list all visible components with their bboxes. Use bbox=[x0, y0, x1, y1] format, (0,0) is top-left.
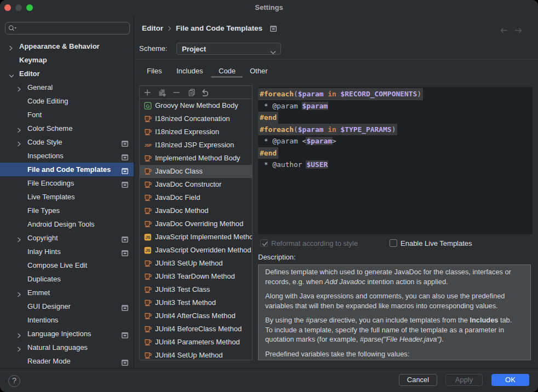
sidebar-item-compose-live-edit[interactable]: Compose Live Edit bbox=[0, 258, 134, 272]
sidebar-item-label: Color Scheme bbox=[27, 124, 72, 133]
template-item-label: JUnit4 Parameters Method bbox=[155, 338, 240, 347]
sidebar-item-code-editing[interactable]: Code Editing bbox=[0, 94, 134, 108]
template-item-junit4-afterclass-method[interactable]: JUnit4 AfterClass Method bbox=[140, 309, 252, 322]
template-item-groovy-new-method-body[interactable]: GGroovy New Method Body bbox=[140, 99, 252, 112]
breadcrumb-parent[interactable]: Editor bbox=[142, 24, 163, 32]
template-item-javadoc-method[interactable]: JavaDoc Method bbox=[140, 204, 252, 217]
add-icon[interactable] bbox=[144, 89, 151, 96]
sidebar-item-emmet[interactable]: Emmet bbox=[0, 286, 134, 299]
reformat-checkbox[interactable] bbox=[260, 239, 268, 247]
template-item-label: JUnit3 Test Method bbox=[155, 298, 216, 307]
directive-highlight: #foreach($param in $TYPE_PARAMS) bbox=[258, 124, 397, 136]
live-templates-checkbox[interactable] bbox=[390, 239, 397, 247]
scheme-value: Project bbox=[182, 44, 206, 54]
sidebar-item-label: Code Editing bbox=[27, 96, 68, 106]
template-item-junit4-beforeclass-method[interactable]: JUnit4 BeforeClass Method bbox=[140, 322, 252, 336]
sidebar-item-label: Font bbox=[27, 110, 42, 119]
template-item-implemented-method-body[interactable]: Implemented Method Body bbox=[140, 152, 252, 165]
template-item-i18nized-concatenation[interactable]: I18nized Concatenation bbox=[140, 112, 252, 125]
sidebar-item-code-style[interactable]: Code Style bbox=[0, 135, 134, 149]
template-item-junit3-setup-method[interactable]: JUnit3 SetUp Method bbox=[140, 257, 252, 270]
sidebar-item-copyright[interactable]: Copyright bbox=[0, 231, 134, 245]
settings-search-input[interactable] bbox=[5, 22, 130, 34]
remove-icon[interactable] bbox=[173, 89, 180, 96]
chevron-right-icon[interactable] bbox=[17, 290, 22, 295]
template-item-javascript-overridden-method-body[interactable]: JSJavaScript Overridden Method Body bbox=[140, 244, 252, 257]
chevron-right-icon[interactable] bbox=[17, 331, 22, 336]
code-token: #end bbox=[260, 113, 277, 122]
chevron-down-icon[interactable] bbox=[9, 71, 14, 76]
code-token: ) bbox=[392, 125, 396, 134]
java-file-icon bbox=[144, 325, 152, 333]
template-item-junit4-setup-method[interactable]: JUnit4 SetUp Method bbox=[140, 349, 252, 360]
sidebar-item-natural-languages[interactable]: Natural Languages bbox=[0, 341, 134, 354]
sidebar-item-inspections[interactable]: Inspections bbox=[0, 149, 134, 163]
template-item-junit3-teardown-method[interactable]: JUnit3 TearDown Method bbox=[140, 270, 252, 283]
chevron-right-icon[interactable] bbox=[9, 43, 14, 49]
apply-button[interactable]: Apply bbox=[445, 374, 483, 386]
sidebar-item-android-design-tools[interactable]: Android Design Tools bbox=[0, 217, 134, 231]
description-panel: Defines template which used to generate … bbox=[258, 264, 531, 360]
chevron-right-icon[interactable] bbox=[17, 344, 22, 350]
sidebar-item-file-encodings[interactable]: File Encodings bbox=[0, 176, 134, 190]
sidebar-item-label: Code Style bbox=[27, 137, 62, 147]
template-item-javadoc-constructor[interactable]: JavaDoc Constructor bbox=[140, 178, 252, 191]
project-settings-icon bbox=[122, 153, 128, 159]
chevron-right-icon[interactable] bbox=[17, 84, 22, 90]
tab-files[interactable]: Files bbox=[147, 66, 162, 76]
forward-arrow-button[interactable] bbox=[514, 26, 522, 36]
template-item-javadoc-overriding-method[interactable]: JavaDoc Overriding Method bbox=[140, 217, 252, 230]
tab-code[interactable]: Code bbox=[219, 66, 236, 76]
sidebar-item-reader-mode[interactable]: Reader Mode bbox=[0, 354, 134, 368]
settings-window: Settings Appearance & BehaviorKeymapEdit… bbox=[0, 0, 538, 392]
project-settings-icon bbox=[122, 358, 128, 364]
java-file-icon bbox=[144, 259, 152, 268]
code-token: $USER bbox=[306, 160, 328, 169]
java-file-icon bbox=[144, 285, 152, 294]
template-item-i18nized-jsp-expression[interactable]: JSPI18nized JSP Expression bbox=[140, 139, 252, 152]
sidebar-item-label: Duplicates bbox=[27, 274, 61, 284]
template-item-junit3-test-method[interactable]: JUnit3 Test Method bbox=[140, 296, 252, 309]
duplicate-icon[interactable] bbox=[158, 89, 165, 96]
sidebar-item-duplicates[interactable]: Duplicates bbox=[0, 272, 134, 286]
template-item-junit3-test-class[interactable]: JUnit3 Test Class bbox=[140, 283, 252, 296]
chevron-right-icon[interactable] bbox=[17, 235, 22, 240]
revert-icon[interactable] bbox=[201, 89, 208, 96]
cancel-button[interactable]: Cancel bbox=[399, 374, 437, 386]
sidebar-item-live-templates[interactable]: Live Templates bbox=[0, 190, 134, 204]
ok-button[interactable]: OK bbox=[491, 374, 529, 386]
copy-icon[interactable] bbox=[188, 89, 196, 96]
sidebar-item-color-scheme[interactable]: Color Scheme bbox=[0, 122, 134, 135]
sidebar-item-label: Android Design Tools bbox=[27, 220, 95, 229]
sidebar-item-appearance-behavior[interactable]: Appearance & Behavior bbox=[0, 39, 134, 53]
back-arrow-button[interactable] bbox=[500, 26, 508, 36]
sidebar-item-file-types[interactable]: File Types bbox=[0, 204, 134, 217]
template-item-javadoc-class[interactable]: JavaDoc Class bbox=[140, 165, 252, 178]
template-item-label: Implemented Method Body bbox=[155, 154, 240, 163]
tab-includes[interactable]: Includes bbox=[176, 66, 203, 76]
template-item-label: JUnit4 SetUp Method bbox=[155, 351, 223, 360]
sidebar-item-editor[interactable]: Editor bbox=[0, 67, 134, 80]
template-item-i18nized-expression[interactable]: I18nized Expression bbox=[140, 125, 252, 139]
sidebar-item-keymap[interactable]: Keymap bbox=[0, 53, 134, 67]
sidebar-item-inlay-hints[interactable]: Inlay Hints bbox=[0, 245, 134, 258]
chevron-right-icon[interactable] bbox=[17, 125, 22, 131]
template-item-label: JavaDoc Overriding Method bbox=[155, 220, 243, 228]
sidebar-item-general[interactable]: General bbox=[0, 80, 134, 94]
sidebar-item-language-injections[interactable]: Language Injections bbox=[0, 327, 134, 341]
template-item-javadoc-field[interactable]: JavaDoc Field bbox=[140, 191, 252, 204]
scheme-dropdown[interactable]: Project bbox=[176, 43, 281, 55]
template-item-label: I18nized Expression bbox=[155, 128, 219, 136]
template-item-junit4-parameters-method[interactable]: JUnit4 Parameters Method bbox=[140, 336, 252, 349]
sidebar-item-intentions[interactable]: Intentions bbox=[0, 313, 134, 327]
sidebar-item-gui-designer[interactable]: GUI Designer bbox=[0, 299, 134, 313]
template-code-editor[interactable]: #foreach($param in $RECORD_COMPONENTS) *… bbox=[258, 87, 533, 234]
description-label: Description: bbox=[258, 253, 296, 262]
chevron-right-icon[interactable] bbox=[17, 139, 22, 145]
template-item-javascript-implemented-method-body[interactable]: JSJavaScript Implemented Method Body bbox=[140, 230, 252, 244]
template-item-label: JavaDoc Class bbox=[155, 167, 203, 176]
tab-other[interactable]: Other bbox=[250, 66, 268, 76]
help-icon[interactable]: ? bbox=[8, 375, 20, 387]
sidebar-item-font[interactable]: Font bbox=[0, 108, 134, 122]
sidebar-item-file-and-code-templates[interactable]: File and Code Templates bbox=[0, 163, 134, 176]
